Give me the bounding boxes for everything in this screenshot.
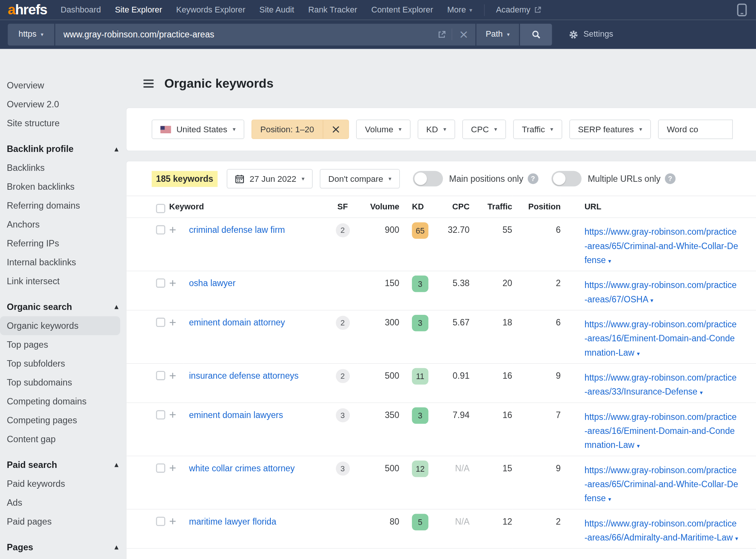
main-positions-toggle[interactable] <box>413 171 442 186</box>
result-url-link[interactable]: https://www.gray-robinson.com/practice-a… <box>584 465 738 503</box>
sidebar-item[interactable]: Overview 2.0 <box>0 95 120 114</box>
nav-item[interactable]: Rank Tracker <box>308 5 357 15</box>
device-button[interactable] <box>737 3 747 17</box>
path-mode-dropdown[interactable]: Path ▾ <box>477 23 519 45</box>
sidebar-item[interactable]: Link intersect <box>0 272 120 291</box>
result-url-link[interactable]: https://www.gray-robinson.com/practice-a… <box>584 412 737 450</box>
keyword-link[interactable]: osha lawyer <box>189 279 236 288</box>
sidebar-item[interactable]: Referring IPs <box>0 234 120 253</box>
result-url-link[interactable]: https://www.gray-robinson.com/practice-a… <box>584 227 738 265</box>
expand-row-icon[interactable]: + <box>169 461 176 475</box>
sidebar-section-header[interactable]: Pages ▲ <box>0 537 120 556</box>
sidebar-item[interactable]: Anchors <box>0 215 120 234</box>
row-checkbox[interactable] <box>156 318 165 327</box>
collapse-arrow-icon: ▲ <box>114 146 118 152</box>
result-url-link[interactable]: https://www.gray-robinson.com/practice-a… <box>584 519 738 542</box>
sidebar-item[interactable]: Competing domains <box>0 392 120 411</box>
sidebar-item[interactable]: Top subdomains <box>0 373 120 392</box>
sidebar-item[interactable]: Referring domains <box>0 196 120 215</box>
expand-row-icon[interactable]: + <box>169 369 176 382</box>
nav-item[interactable]: Site Explorer <box>115 5 162 15</box>
select-all-checkbox[interactable] <box>156 204 165 213</box>
chevron-down-icon: ▾ <box>41 32 43 37</box>
filter-chip[interactable]: Position: 1–20 × <box>251 120 349 139</box>
table-row: + maritime lawyer florida 80 5 N/A 12 2 … <box>126 509 756 548</box>
column-header-cpc[interactable]: CPC <box>429 196 469 218</box>
sidebar-item[interactable]: Ads <box>0 493 120 512</box>
filter-chip[interactable]: SERP features ▾ <box>569 120 651 139</box>
nav-item[interactable]: Site Audit <box>259 5 294 15</box>
settings-button[interactable]: Settings <box>568 29 613 40</box>
sidebar-section-header[interactable]: Organic search ▲ <box>0 297 120 316</box>
row-checkbox[interactable] <box>156 463 165 472</box>
column-header-kd[interactable]: KD <box>399 196 429 218</box>
serp-features-badge: 3 <box>335 461 349 475</box>
serp-features-badge: 2 <box>335 369 349 383</box>
multiple-urls-toggle[interactable] <box>551 171 581 186</box>
column-header-traffic[interactable]: Traffic <box>470 196 512 218</box>
keyword-link[interactable]: insurance defense attorneys <box>189 371 299 381</box>
column-header-keyword[interactable]: Keyword <box>169 196 328 218</box>
column-header-url[interactable]: URL <box>561 196 756 218</box>
expand-row-icon[interactable]: + <box>169 223 176 236</box>
sidebar-item[interactable]: Paid keywords <box>0 474 120 493</box>
filter-chip[interactable]: CPC ▾ <box>462 120 506 139</box>
sidebar-item[interactable]: Organic keywords <box>0 316 120 335</box>
filter-chip[interactable]: Word co <box>658 120 733 139</box>
expand-row-icon[interactable]: + <box>169 514 176 528</box>
clear-url-button[interactable]: × <box>452 29 475 40</box>
filter-chip[interactable]: KD ▾ <box>418 120 455 139</box>
expand-row-icon[interactable]: + <box>169 315 176 329</box>
sidebar-item[interactable]: Site structure <box>0 114 120 133</box>
nav-more-dropdown[interactable]: More ▾ <box>447 5 472 15</box>
date-picker-button[interactable]: 27 Jun 2022 ▾ <box>227 169 313 188</box>
column-header-sf[interactable]: SF <box>328 196 357 218</box>
sidebar-item[interactable]: Top subfolders <box>0 354 120 373</box>
row-checkbox[interactable] <box>156 279 165 288</box>
sidebar-item[interactable]: Content gap <box>0 430 120 449</box>
remove-filter-button[interactable]: × <box>323 120 348 139</box>
keyword-link[interactable]: criminal defense law firm <box>189 225 285 235</box>
protocol-dropdown[interactable]: https ▾ <box>8 23 54 45</box>
sidebar-item[interactable]: Top pages <box>0 335 120 354</box>
nav-item[interactable]: Keywords Explorer <box>176 5 245 15</box>
row-checkbox[interactable] <box>156 371 165 380</box>
search-button[interactable] <box>520 23 552 45</box>
nav-item[interactable]: Content Explorer <box>371 5 433 15</box>
sidebar-item[interactable]: Internal backlinks <box>0 253 120 272</box>
sidebar-item[interactable]: Paid pages <box>0 512 120 531</box>
sidebar-item[interactable]: Broken backlinks <box>0 177 120 196</box>
expand-row-icon[interactable]: + <box>169 408 176 421</box>
filter-chip[interactable]: Volume ▾ <box>356 120 410 139</box>
row-checkbox[interactable] <box>156 410 165 419</box>
keyword-link[interactable]: white collar crimes attorney <box>189 463 295 473</box>
nav-academy-link[interactable]: Academy <box>496 5 542 15</box>
sidebar-section-header[interactable]: Backlink profile ▲ <box>0 139 120 158</box>
url-input[interactable] <box>55 29 432 40</box>
sidebar-section-header[interactable]: Paid search ▲ <box>0 455 120 474</box>
help-icon[interactable]: ? <box>665 173 675 184</box>
row-checkbox[interactable] <box>156 517 165 526</box>
compare-dropdown[interactable]: Don't compare ▾ <box>320 169 400 188</box>
sidebar-item[interactable]: Backlinks <box>0 158 120 177</box>
sidebar-item[interactable]: Overview <box>0 76 120 95</box>
ahrefs-logo[interactable]: ahrefs <box>8 2 47 18</box>
row-checkbox[interactable] <box>156 225 165 234</box>
filter-chip[interactable]: United States ▾ <box>152 120 244 139</box>
help-icon[interactable]: ? <box>528 173 538 184</box>
keyword-link[interactable]: eminent domain attorney <box>189 318 285 328</box>
hamburger-menu-icon[interactable] <box>143 79 154 88</box>
expand-row-icon[interactable]: + <box>169 276 176 290</box>
column-header-volume[interactable]: Volume <box>358 196 399 218</box>
open-url-button[interactable] <box>432 30 452 39</box>
sidebar-item[interactable]: Competing pages <box>0 411 120 430</box>
result-url-link[interactable]: https://www.gray-robinson.com/practice-a… <box>584 320 737 358</box>
result-url-link[interactable]: https://www.gray-robinson.com/practice-a… <box>584 373 737 397</box>
nav-item[interactable]: Dashboard <box>61 5 101 15</box>
result-url-link[interactable]: https://www.gray-robinson.com/practice-a… <box>584 280 737 304</box>
keyword-link[interactable]: maritime lawyer florida <box>189 517 276 526</box>
column-header-position[interactable]: Position <box>512 196 560 218</box>
filter-chip[interactable]: Traffic ▾ <box>513 120 562 139</box>
traffic-value: 15 <box>470 456 512 509</box>
keyword-link[interactable]: eminent domain lawyers <box>189 410 283 420</box>
